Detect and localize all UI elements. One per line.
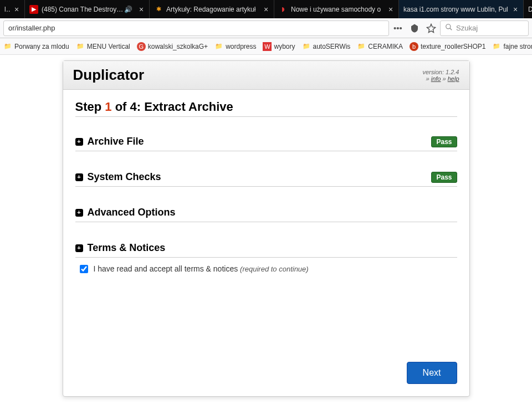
section-title: System Checks [88,171,161,183]
bookmark-label: CERAMIKA [368,43,403,50]
section-archive[interactable]: + Archive File Pass [75,132,457,151]
section-title: Terms & Notices [88,242,166,254]
expand-icon[interactable]: + [75,209,83,217]
panel-body: Step 1 of 4: Extract Archive + Archive F… [63,90,469,396]
help-link[interactable]: help [448,75,459,82]
bookmark-item[interactable]: 📁Porwany za mlodu [3,42,69,51]
bio-icon: b [410,42,418,51]
tab-title: D [528,6,532,13]
toolbar-actions: ••• [392,23,437,34]
youtube-icon: ▶ [29,5,38,14]
gplus-icon: G [137,42,146,51]
section-title: Archive File [88,136,144,147]
header-meta: version: 1.2.4 » info » help [422,69,459,82]
search-placeholder: Szukaj [456,24,478,32]
bookmark-item[interactable]: Wwybory [263,42,295,51]
car-icon: ◗ [279,5,288,14]
tab-title: lia [4,6,10,13]
installer-panel: Duplicator version: 1.2.4 » info » help … [63,60,470,397]
bookmark-item[interactable]: 📁MENU Vertical [76,42,130,51]
tab-5[interactable]: D [524,0,532,18]
status-badge: Pass [431,172,457,183]
section-title: Advanced Options [88,207,176,218]
close-icon[interactable]: × [12,5,21,14]
bookmarks-bar: 📁Porwany za mlodu 📁MENU Vertical Gkowals… [0,38,532,55]
terms-row: I have read and accept all terms & notic… [75,261,457,273]
bookmark-item[interactable]: 📁fajne strony [492,42,532,51]
tab-0[interactable]: lia × [0,0,25,18]
folder-icon: 📁 [492,42,501,51]
close-icon[interactable]: × [262,5,270,14]
bookmark-label: texture_roollerSHOP1 [421,43,485,50]
bookmark-item[interactable]: Gkowalski_szkolkaG+ [137,42,208,51]
tab-title: (485) Conan The Destroyer - [42,6,124,13]
section-terms[interactable]: + Terms & Notices [75,239,457,258]
tab-4[interactable]: kasa i1.com strony www Lublin, Pul × [399,0,524,18]
tab-title: kasa i1.com strony www Lublin, Pul [403,6,509,13]
status-badge: Pass [431,136,457,147]
terms-label: I have read and accept all terms & notic… [94,264,241,273]
close-icon[interactable]: × [386,5,395,14]
terms-checkbox[interactable] [80,265,88,273]
step-number: 1 [105,100,111,114]
bookmark-item[interactable]: btexture_roollerSHOP1 [410,42,485,51]
browser-tabs: lia × ▶ (485) Conan The Destroyer - 🔊 × … [0,0,532,18]
step-title: Step 1 of 4: Extract Archive [75,100,457,117]
bookmark-label: wordpress [226,43,256,50]
bookmark-item[interactable]: 📁wordpress [214,42,256,51]
folder-icon: 📁 [214,42,223,51]
url-text: or/installer.php [8,24,55,32]
folder-icon: 📁 [3,42,12,51]
bookmark-label: Porwany za mlodu [14,43,69,50]
close-icon[interactable]: × [137,5,146,14]
bookmark-item[interactable]: 📁autoSERWis [302,42,351,51]
search-input[interactable]: Szukaj [440,21,529,36]
pocket-icon[interactable] [409,23,420,34]
svg-line-1 [450,28,452,30]
expand-icon[interactable]: + [75,173,83,181]
panel-header: Duplicator version: 1.2.4 » info » help [63,61,469,90]
url-bar[interactable]: or/installer.php [3,21,389,36]
tab-title: Artykuły: Redagowanie artykuł [166,6,259,13]
folder-icon: 📁 [357,42,366,51]
section-system[interactable]: + System Checks Pass [75,168,457,187]
info-link[interactable]: info [431,75,441,82]
terms-note: (required to continue) [240,265,309,273]
star-icon[interactable] [426,23,437,34]
svg-point-0 [446,24,451,29]
bookmark-label: MENU Vertical [87,43,130,50]
wybory-icon: W [263,42,272,51]
search-icon [445,23,453,33]
bookmark-label: autoSERWis [313,43,351,50]
version-text: version: 1.2.4 [422,69,459,75]
browser-toolbar: or/installer.php ••• Szukaj [0,18,532,38]
more-icon[interactable]: ••• [392,23,403,34]
section-advanced[interactable]: + Advanced Options [75,203,457,222]
step-suffix: of 4: Extract Archive [112,100,233,114]
bookmark-item[interactable]: 📁CERAMIKA [357,42,403,51]
bookmark-label: fajne strony [503,43,532,50]
close-icon[interactable]: × [511,5,520,14]
tab-3[interactable]: ◗ Nowe i używane samochody o × [274,0,399,18]
expand-icon[interactable]: + [75,138,83,146]
step-prefix: Step [75,100,105,114]
viewport: Duplicator version: 1.2.4 » info » help … [0,55,532,420]
folder-icon: 📁 [302,42,311,51]
next-button[interactable]: Next [407,362,457,384]
tab-title: Nowe i używane samochody o [291,6,384,13]
folder-icon: 📁 [76,42,85,51]
footer: Next [75,273,457,384]
app-title: Duplicator [73,66,145,84]
bookmark-label: wybory [274,43,295,50]
tab-2[interactable]: ✱ Artykuły: Redagowanie artykuł × [150,0,274,18]
tab-1[interactable]: ▶ (485) Conan The Destroyer - 🔊 × [25,0,150,18]
sound-icon[interactable]: 🔊 [124,5,132,14]
bookmark-label: kowalski_szkolkaG+ [148,43,208,50]
joomla-icon: ✱ [154,5,163,14]
expand-icon[interactable]: + [75,244,83,252]
